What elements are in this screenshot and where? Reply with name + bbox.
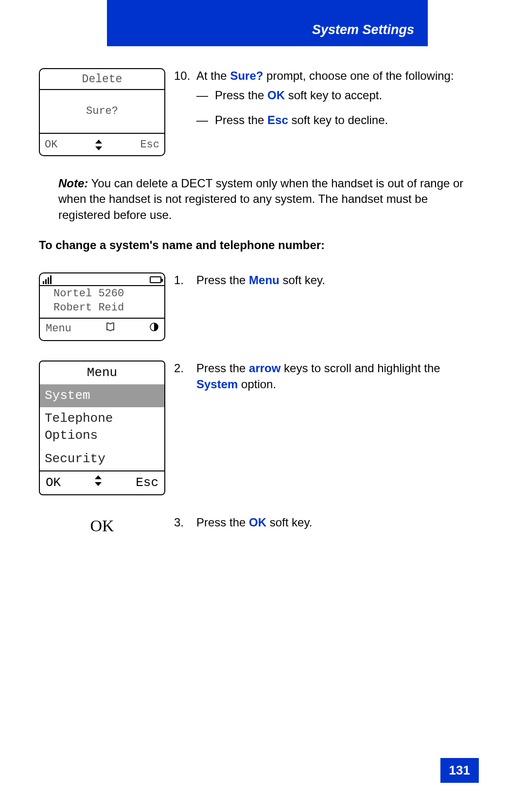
opt2-pre: Press the — [215, 113, 267, 126]
screen1-title: Delete — [45, 72, 159, 87]
screen2-line2: Robert Reid — [53, 301, 164, 315]
step-number-3: 3. — [174, 515, 192, 530]
esc-keyword: Esc — [267, 113, 288, 126]
step10-text1: At the — [196, 69, 230, 82]
ok-big-text: OK — [90, 515, 114, 537]
menu-item-system: System — [40, 384, 164, 407]
menu-item-security: Security — [40, 448, 164, 470]
header-title: System Settings — [312, 22, 414, 37]
step2-post: option. — [238, 378, 276, 391]
section-heading: To change a system's name and telephone … — [39, 237, 479, 253]
arrow-keyword: arrow — [249, 361, 280, 375]
page-content: Delete Sure? OK Esc — [39, 68, 479, 559]
screen3-softkey-esc: Esc — [136, 474, 158, 491]
step2-mid: keys to scroll and highlight the — [280, 361, 440, 375]
up-down-arrows-icon — [95, 140, 102, 150]
step-number-2: 2. — [174, 361, 192, 392]
battery-icon — [150, 276, 161, 283]
svg-marker-3 — [95, 475, 102, 479]
page-number-text: 131 — [449, 763, 470, 777]
page-header: System Settings — [107, 0, 428, 46]
handset-screen-menu: Menu System Telephone Options Security O… — [39, 361, 165, 495]
note-body: You can delete a DECT system only when t… — [58, 177, 463, 221]
handset-screen-idle: Nortel 5260 Robert Reid Menu — [39, 272, 165, 341]
svg-marker-0 — [95, 140, 102, 144]
screen1-softkey-esc: Esc — [140, 138, 159, 152]
screen1-softkey-ok: OK — [45, 138, 57, 152]
dash: — — [196, 112, 210, 128]
ok-keyword: OK — [267, 89, 285, 102]
step1-body: Press the Menu soft key. — [196, 272, 325, 288]
handset-screen-delete: Delete Sure? OK Esc — [39, 68, 165, 156]
sure-keyword: Sure? — [230, 69, 263, 82]
step-number-10: 10. — [174, 68, 192, 137]
note-label: Note: — [58, 177, 88, 190]
ok-key-label: OK — [39, 515, 165, 537]
page-number: 131 — [440, 758, 479, 783]
step10-option2: Press the Esc soft key to decline. — [215, 112, 388, 128]
system-keyword: System — [196, 378, 238, 391]
menu-keyword: Menu — [249, 273, 280, 287]
step10-option1: Press the OK soft key to accept. — [215, 88, 382, 103]
step3-pre: Press the — [196, 516, 249, 529]
step10-text2: prompt, choose one of the following: — [263, 69, 454, 82]
step2-body: Press the arrow keys to scroll and highl… — [196, 361, 479, 392]
screen3-softkey-ok: OK — [46, 474, 61, 491]
screen2-line1: Nortel 5260 — [53, 287, 164, 301]
signal-icon — [43, 275, 52, 284]
svg-marker-4 — [95, 482, 102, 486]
step3-body: Press the OK soft key. — [196, 515, 312, 530]
step3-post: soft key. — [266, 516, 312, 529]
step-number-1: 1. — [174, 272, 192, 288]
step10-body: At the Sure? prompt, choose one of the f… — [196, 68, 454, 137]
opt1-post: soft key to accept. — [285, 89, 382, 102]
opt2-post: soft key to decline. — [288, 113, 388, 126]
screen1-prompt: Sure? — [86, 104, 118, 119]
contrast-icon — [150, 322, 158, 336]
ok-keyword-2: OK — [249, 516, 266, 529]
step2-pre: Press the — [196, 361, 249, 375]
svg-marker-1 — [95, 146, 102, 150]
step1-pre: Press the — [196, 273, 249, 287]
dash: — — [196, 88, 210, 103]
book-icon — [105, 322, 115, 336]
note-block: Note: You can delete a DECT system only … — [58, 176, 479, 223]
opt1-pre: Press the — [215, 89, 267, 102]
menu-item-telephone-options: Telephone Options — [40, 407, 164, 447]
screen2-softkey-menu: Menu — [46, 322, 71, 336]
up-down-arrows-icon — [95, 474, 102, 491]
step1-post: soft key. — [280, 273, 325, 287]
screen3-title: Menu — [40, 361, 164, 384]
